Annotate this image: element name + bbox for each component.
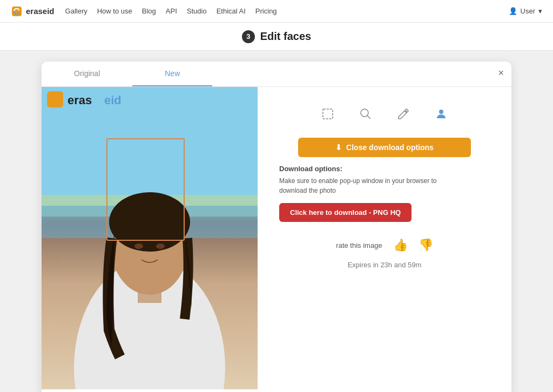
rating-label: rate this image <box>336 241 382 249</box>
content-area: eras eid <box>42 87 511 389</box>
rating-row: rate this image 👍 👎 <box>336 238 433 252</box>
zoom-tool-button[interactable] <box>355 103 376 125</box>
logo-text: eraseid <box>26 6 55 16</box>
thumbs-down-button[interactable]: 👎 <box>419 238 433 252</box>
page-title-bar: 3 Edit faces <box>0 23 553 51</box>
nav-studio[interactable]: Studio <box>187 7 207 15</box>
logo[interactable]: eraseid <box>11 5 55 17</box>
person-tool-button[interactable] <box>430 103 452 125</box>
person-icon <box>435 107 448 120</box>
user-icon: 👤 <box>509 7 517 15</box>
tools-panel: ⬇ Close download options Download option… <box>258 87 511 389</box>
close-button[interactable]: × <box>498 68 504 78</box>
nav-how-to-use[interactable]: How to use <box>97 7 132 15</box>
download-icon: ⬇ <box>335 143 342 152</box>
main-content: × Original New <box>0 51 553 392</box>
nav-ethical-ai[interactable]: Ethical AI <box>217 7 246 15</box>
nav-api[interactable]: API <box>166 7 177 15</box>
navbar: eraseid Gallery How to use Blog API Stud… <box>0 0 553 23</box>
close-download-options-button[interactable]: ⬇ Close download options <box>298 138 471 157</box>
modal-card: × Original New <box>42 62 511 392</box>
photo-background: eras eid <box>42 87 258 389</box>
svg-rect-0 <box>12 6 22 16</box>
user-label: User <box>521 7 535 15</box>
download-options-desc: Make sure to enable pop-up window in you… <box>279 176 452 195</box>
edit-tool-button[interactable] <box>393 103 414 125</box>
page-title: Edit faces <box>260 30 311 43</box>
svg-text:eid: eid <box>104 93 122 107</box>
nav-links: Gallery How to use Blog API Studio Ethic… <box>65 7 277 15</box>
tab-bar: Original New <box>42 62 511 87</box>
chevron-down-icon: ▾ <box>538 7 542 15</box>
nav-blog[interactable]: Blog <box>142 7 156 15</box>
step-badge: 3 <box>242 30 255 43</box>
tool-icons-row <box>317 103 452 125</box>
svg-rect-10 <box>47 91 63 107</box>
svg-rect-13 <box>323 109 333 119</box>
close-download-options-label: Close download options <box>346 143 434 152</box>
logo-icon <box>11 5 23 17</box>
thumbs-up-button[interactable]: 👍 <box>393 238 408 252</box>
expires-text: Expires in 23h and 59m <box>348 261 422 269</box>
face-bounding-box <box>106 138 185 241</box>
tab-new[interactable]: New <box>132 62 212 86</box>
user-menu[interactable]: 👤 User ▾ <box>509 7 542 15</box>
svg-point-16 <box>439 110 443 114</box>
nav-gallery[interactable]: Gallery <box>65 7 87 15</box>
svg-point-8 <box>134 244 143 249</box>
image-panel: eras eid <box>42 87 258 389</box>
svg-text:eras: eras <box>68 93 92 107</box>
svg-line-15 <box>367 116 370 119</box>
svg-point-9 <box>156 244 165 249</box>
pen-icon <box>397 107 410 120</box>
nav-pricing[interactable]: Pricing <box>255 7 277 15</box>
tab-original[interactable]: Original <box>42 62 132 86</box>
zoom-icon <box>359 107 372 120</box>
svg-point-14 <box>361 109 368 117</box>
select-icon <box>321 107 334 120</box>
select-tool-button[interactable] <box>317 103 339 125</box>
download-options-label: Download options: <box>279 165 342 173</box>
png-hq-download-button[interactable]: Click here to download - PNG HQ <box>279 203 412 222</box>
